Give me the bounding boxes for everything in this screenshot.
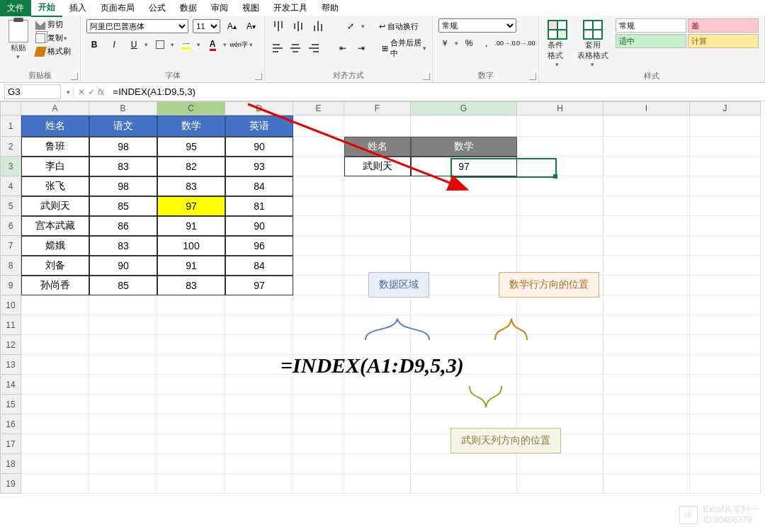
cell[interactable]: 鲁班 (21, 137, 89, 157)
cell[interactable] (225, 335, 293, 355)
cell[interactable]: 刘备 (21, 256, 89, 276)
cell[interactable] (344, 474, 411, 494)
row-header[interactable]: 7 (0, 236, 21, 256)
copy-button[interactable]: 复制▾ (35, 32, 71, 44)
cell[interactable]: 98 (89, 137, 157, 157)
align-top-button[interactable] (271, 18, 286, 34)
cell[interactable]: 86 (89, 216, 157, 236)
cell[interactable] (517, 236, 604, 256)
cell[interactable] (344, 375, 411, 395)
currency-button[interactable]: ￥ (438, 35, 452, 51)
cut-button[interactable]: 剪切 (35, 18, 71, 30)
cell[interactable]: 85 (89, 276, 157, 295)
cell[interactable] (690, 434, 761, 454)
cell[interactable] (517, 355, 604, 375)
cell[interactable] (690, 196, 761, 216)
cell[interactable] (517, 375, 604, 395)
cell[interactable] (604, 196, 690, 216)
cell[interactable] (690, 414, 761, 434)
confirm-button[interactable]: ✓ (88, 87, 95, 97)
cell[interactable] (157, 335, 225, 355)
col-header[interactable]: F (344, 101, 411, 115)
cell[interactable] (690, 216, 761, 236)
cell[interactable] (411, 196, 517, 216)
cell[interactable]: 英语 (225, 115, 293, 137)
row-header[interactable]: 12 (0, 335, 21, 355)
menu-help[interactable]: 帮助 (314, 0, 346, 16)
cell[interactable] (293, 276, 344, 295)
chevron-down-icon[interactable]: ▾ (64, 89, 73, 96)
col-header[interactable]: I (604, 101, 690, 115)
cell[interactable] (604, 256, 690, 276)
cell[interactable] (157, 295, 225, 315)
col-header[interactable]: D (225, 101, 293, 115)
cell[interactable] (517, 216, 604, 236)
cell[interactable] (604, 414, 690, 434)
row-header[interactable]: 8 (0, 256, 21, 276)
cell[interactable]: 91 (157, 216, 225, 236)
menu-data[interactable]: 数据 (173, 0, 204, 16)
cell[interactable] (293, 256, 344, 276)
cell[interactable] (344, 115, 411, 137)
cell[interactable] (157, 414, 225, 434)
cell[interactable]: 81 (225, 196, 293, 216)
row-header[interactable]: 18 (0, 454, 21, 474)
cell[interactable] (690, 115, 761, 137)
cell[interactable] (344, 434, 411, 454)
cell[interactable]: 90 (89, 256, 157, 276)
cell[interactable]: 85 (89, 196, 157, 216)
dialog-launcher-icon[interactable] (529, 73, 536, 80)
paste-button[interactable]: 粘贴 ▾ (6, 18, 31, 62)
cell[interactable] (517, 395, 604, 414)
cell[interactable] (690, 176, 761, 196)
cancel-button[interactable]: ✕ (78, 87, 85, 97)
cell[interactable] (604, 355, 690, 375)
menu-file[interactable]: 文件 (0, 0, 31, 16)
cell[interactable] (690, 355, 761, 375)
cell[interactable] (157, 355, 225, 375)
bold-button[interactable]: B (86, 37, 102, 52)
cell[interactable] (225, 295, 293, 315)
cell[interactable] (293, 434, 344, 454)
cell[interactable]: 83 (89, 236, 157, 256)
cell[interactable] (604, 434, 690, 454)
cell[interactable]: 84 (225, 256, 293, 276)
cell[interactable] (517, 454, 604, 474)
col-header[interactable]: H (517, 101, 604, 115)
cell[interactable] (604, 454, 690, 474)
cell[interactable] (604, 375, 690, 395)
cell[interactable]: 90 (225, 137, 293, 157)
cell[interactable] (690, 335, 761, 355)
cell[interactable] (21, 434, 89, 454)
row-header[interactable]: 11 (0, 315, 21, 335)
font-color-button[interactable]: A (205, 37, 220, 52)
cell[interactable]: 武则天 (344, 157, 411, 176)
cell[interactable]: 姓名 (21, 115, 89, 137)
cell[interactable]: 96 (225, 236, 293, 256)
phonetic-button[interactable]: wén字 (231, 37, 246, 52)
col-header[interactable]: E (293, 101, 344, 115)
cell[interactable] (604, 176, 690, 196)
row-header[interactable]: 17 (0, 434, 21, 454)
cell[interactable] (293, 454, 344, 474)
cell[interactable]: 语文 (89, 115, 157, 137)
menu-layout[interactable]: 页面布局 (94, 0, 142, 16)
formula-input[interactable] (108, 85, 765, 98)
cell[interactable]: 83 (89, 157, 157, 176)
cell[interactable]: 97 (411, 157, 517, 176)
menu-insert[interactable]: 插入 (62, 0, 94, 16)
cell[interactable] (604, 137, 690, 157)
cell[interactable] (225, 434, 293, 454)
cell[interactable] (89, 375, 157, 395)
col-header[interactable]: A (21, 101, 89, 115)
cell[interactable] (293, 216, 344, 236)
merge-button[interactable]: ⊞合并后居中▾ (382, 37, 426, 60)
cell[interactable] (293, 474, 344, 494)
cell[interactable] (344, 454, 411, 474)
cell[interactable] (21, 395, 89, 414)
dialog-launcher-icon[interactable] (255, 73, 262, 80)
comma-button[interactable]: , (480, 35, 493, 51)
cell[interactable] (690, 137, 761, 157)
fill-color-button[interactable] (178, 37, 194, 52)
cell[interactable] (225, 414, 293, 434)
